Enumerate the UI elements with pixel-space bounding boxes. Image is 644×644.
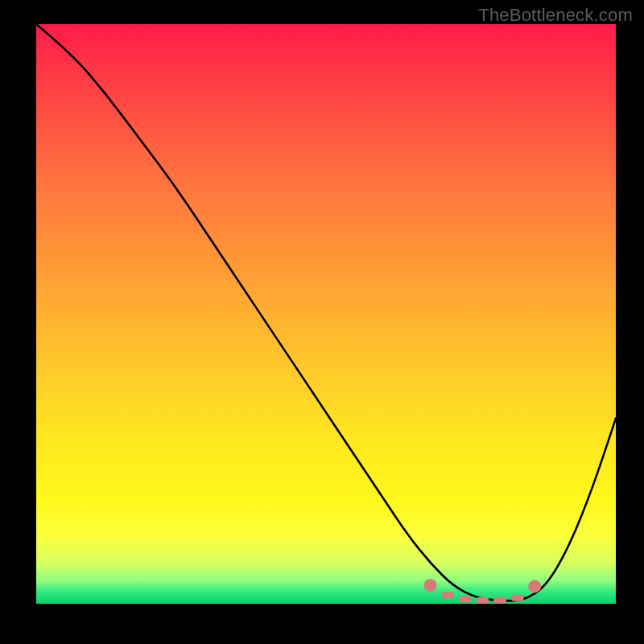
flat-region-end-dot (424, 579, 437, 592)
bottleneck-curve-line (36, 24, 616, 601)
flat-region-dash (493, 597, 506, 604)
flat-region-dash (511, 595, 524, 601)
chart-plot-area (36, 24, 616, 604)
flat-region-dash (459, 596, 472, 602)
flat-region-end-dot (528, 580, 541, 592)
flat-region-dash (441, 592, 454, 598)
chart-svg (36, 24, 616, 604)
flat-region-dash (476, 597, 489, 604)
watermark-text: TheBottleneck.com (478, 5, 633, 26)
